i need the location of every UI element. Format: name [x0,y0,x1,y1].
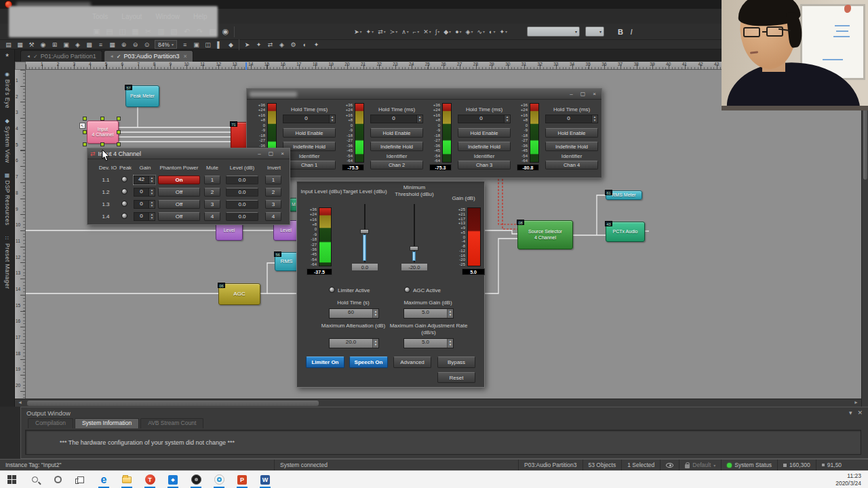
block-input-4-channel[interactable]: Input 4 Channel [87,121,119,144]
block-pctx-audio[interactable]: 43 PCTx Audio [606,222,645,242]
tab-p03-audio-partition3[interactable]: ◄ ✓ P03:Audio Partition3 × [104,50,193,62]
selection-handle[interactable] [100,142,104,146]
phantom-power-button[interactable]: Off [158,200,200,209]
task-view-button[interactable] [69,471,92,488]
toolbar-icon[interactable]: ▦ [106,40,118,49]
dsp-tool-dropdown[interactable]: ∫▾ [433,27,441,37]
taskbar-edge[interactable]: e [92,471,115,488]
dsp-tool-dropdown[interactable]: ◈▾ [464,27,475,37]
indefinite-hold-button[interactable]: Indefinite Hold [283,142,336,151]
block-rms-meter[interactable]: 61 RMS Meter [606,190,642,200]
pin-icon[interactable]: ▾ [849,409,852,416]
advanced-button[interactable]: Advanced [393,357,431,368]
hold-enable-button[interactable]: Hold Enable [283,128,336,138]
zoom-level-combo[interactable]: 84%▾ [155,40,177,49]
minimize-button[interactable]: – [255,150,264,157]
taskbar-word[interactable]: W [254,471,277,488]
toolbar-icon[interactable]: ⊞ [49,40,60,49]
toolbar-icon[interactable]: ▣ [191,40,202,49]
taskbar-communication-app[interactable] [208,471,231,488]
block-peak-meter[interactable]: 57 Peak Meter [125,85,159,107]
start-button[interactable] [0,471,23,488]
toolbar-icon[interactable]: ⚒ [26,40,37,49]
selection-handle[interactable] [83,142,87,146]
dsp-tool-dropdown[interactable]: ◐▾ [487,27,497,37]
toolbar-icon[interactable]: ▤ [3,40,14,49]
toolbar-icon[interactable]: ◉ [37,40,49,49]
toolbar-icon[interactable]: ▩ [83,40,95,49]
size-combo[interactable]: ▾ [585,26,604,37]
close-button[interactable]: × [590,91,599,97]
min-threshold-slider[interactable] [410,246,418,251]
dsp-tool-icon[interactable]: ⚙ [288,40,299,49]
bold-button[interactable]: B [615,28,626,36]
mute-button[interactable]: 4 [204,212,220,221]
horizontal-scrollbar[interactable]: ◄ ► [15,399,861,407]
selection-handle[interactable] [100,117,104,121]
taskbar-tesira-app[interactable]: T [138,471,161,488]
dsp-tool-icon[interactable]: ◈ [276,40,288,49]
indefinite-hold-button[interactable]: Indefinite Hold [458,142,511,151]
level-field[interactable]: 0.0 [226,200,258,209]
dsp-tool-icon[interactable]: ◐ [299,40,311,49]
dsp-tool-dropdown[interactable]: ✕▾ [421,27,433,37]
vertical-scrollbar[interactable] [861,62,868,407]
close-button[interactable]: × [278,150,287,157]
close-icon[interactable]: ✕ [857,409,863,416]
phantom-power-button[interactable]: Off [158,212,200,221]
taskbar-powerpoint[interactable]: P [231,471,254,488]
invert-button[interactable]: 4 [265,212,281,221]
dsp-tool-dropdown[interactable]: ✦▾ [364,27,376,37]
phantom-power-button[interactable]: Off [158,188,200,197]
tab-avb-stream-count[interactable]: AVB Stream Count [140,418,203,428]
hold-time-spinner[interactable]: 0▲▼ [458,115,511,123]
invert-button[interactable]: 3 [265,200,281,209]
sidebar-item-system-view[interactable]: ◆ System View [4,118,11,163]
hold-time-spinner[interactable]: 60▲▼ [329,308,379,319]
target-level-slider[interactable] [360,229,369,234]
hold-time-spinner[interactable]: 0▲▼ [283,115,336,123]
dsp-tool-dropdown[interactable]: ●▾ [453,27,463,37]
maximize-button[interactable]: ▢ [267,150,275,157]
mute-button[interactable]: 2 [204,188,220,197]
dsp-tool-dropdown[interactable]: ∧▾ [399,27,411,37]
gain-spinner[interactable]: 0▲▼ [134,188,155,197]
dsp-tool-dropdown[interactable]: ∿▾ [475,27,488,37]
toolbar-icon[interactable]: ⊕ [118,40,130,49]
italic-button[interactable]: I [626,28,637,36]
identifier-field[interactable]: Chan 2 [370,161,423,169]
speech-on-button[interactable]: Speech On [349,357,388,368]
identifier-field[interactable]: Chan 3 [458,161,511,169]
hold-enable-button[interactable]: Hold Enable [458,128,511,138]
toolbar-icon[interactable]: ◆ [225,40,237,49]
selection-handle[interactable] [83,117,87,121]
gain-spinner[interactable]: 0▲▼ [134,212,155,221]
toolbar-icon[interactable]: ▦ [14,40,26,49]
block-rms[interactable]: 56 RMS [275,252,298,271]
dsp-tool-dropdown[interactable]: ≻▾ [388,27,400,37]
level-field[interactable]: 0.0 [226,176,258,184]
scrollbar-thumb[interactable] [27,401,319,406]
maximum-attenuation-spinner[interactable]: 20.0▲▼ [329,338,379,348]
gain-spinner[interactable]: 42▲▼ [134,176,155,184]
dsp-tool-dropdown[interactable]: ✦▾ [498,27,510,37]
peak-meter-titlebar[interactable]: – ▢ × [247,89,601,100]
visibility-toggle[interactable] [660,460,679,470]
toolbar-icon[interactable]: ≡ [95,40,106,49]
dsp-tool-icon[interactable]: ✦ [311,40,322,49]
indefinite-hold-button[interactable]: Indefinite Hold [370,142,423,151]
hold-time-spinner[interactable]: 0▲▼ [370,115,423,123]
tab-compilation[interactable]: Compilation [28,418,73,428]
identifier-field[interactable]: Chan 4 [545,161,598,169]
dsp-tool-dropdown[interactable]: ⇄▾ [376,27,388,37]
dsp-tool-dropdown[interactable]: ⌐▾ [411,27,421,37]
tab-system-information[interactable]: System Information [75,418,139,428]
dsp-tool-dropdown[interactable]: ➤▾ [352,27,364,37]
level-field[interactable]: 0.0 [226,188,258,197]
identifier-field[interactable]: Chan 1 [283,161,336,169]
invert-button[interactable]: 1 [265,176,281,184]
level-field[interactable]: 0.0 [226,212,258,221]
scroll-left-icon[interactable]: ◄ [18,400,22,405]
sidebar-item-dsp-resources[interactable]: ▦ DSP Resources [4,172,11,226]
dsp-tool-icon[interactable]: ➤ [241,40,253,49]
